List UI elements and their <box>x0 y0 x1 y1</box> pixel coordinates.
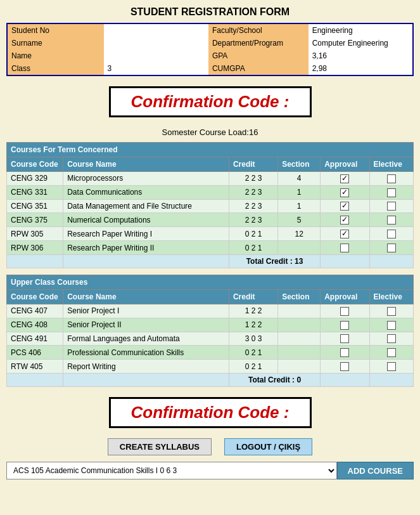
department-label: Department/Program <box>208 37 309 49</box>
action-buttons-row: CREATE SYLLABUS LOGOUT / ÇIKIŞ <box>0 438 420 455</box>
faculty-value: Engineering <box>309 23 413 37</box>
col-header-elective: Elective <box>369 157 413 172</box>
cumgpa-value: 2,98 <box>309 62 413 75</box>
student-no-label: Student No <box>7 23 104 37</box>
course-credit: 1 2 2 <box>229 318 277 332</box>
course-credit: 2 2 3 <box>229 185 277 199</box>
course-approval[interactable] <box>321 172 369 186</box>
table-row: RTW 405 Report Writing 0 2 1 <box>7 360 414 374</box>
course-name: Data Management and File Structure <box>63 199 229 213</box>
course-section <box>278 241 321 255</box>
table-row: CENG 407 Senior Project I 1 2 2 <box>7 304 414 318</box>
course-elective[interactable] <box>369 318 413 332</box>
confirmation-text-top: Confirmation Code : <box>131 92 290 111</box>
page-title: STUDENT REGISTRATION FORM <box>0 0 420 23</box>
table-row: CENG 491 Formal Languages and Automata 3… <box>7 332 414 346</box>
course-approval[interactable] <box>321 227 369 241</box>
course-approval[interactable] <box>321 241 369 255</box>
course-section <box>278 346 321 360</box>
table-row: CENG 408 Senior Project II 1 2 2 <box>7 318 414 332</box>
course-name: Data Communications <box>63 185 229 199</box>
confirmation-box-top: Confirmation Code : <box>109 86 312 117</box>
table-row: RPW 306 Research Paper Writing II 0 2 1 <box>7 241 414 255</box>
course-name: Report Writing <box>63 360 229 374</box>
faculty-label: Faculty/School <box>208 23 309 37</box>
course-approval[interactable] <box>321 185 369 199</box>
course-approval[interactable] <box>321 213 369 227</box>
course-elective[interactable] <box>369 360 413 374</box>
create-syllabus-button[interactable]: CREATE SYLLABUS <box>108 438 212 455</box>
course-approval[interactable] <box>321 360 369 374</box>
course-credit: 0 2 1 <box>229 227 277 241</box>
surname-value <box>104 37 208 49</box>
upper-col-header-approval: Approval <box>321 289 369 304</box>
table-row: CENG 351 Data Management and File Struct… <box>7 199 414 213</box>
course-code: CENG 491 <box>7 332 63 346</box>
course-credit: 3 0 3 <box>229 332 277 346</box>
term-total-credit: Total Credit : 13 <box>229 254 320 268</box>
course-name: Senior Project I <box>63 304 229 318</box>
course-dropdown[interactable]: ACS 105 Academic Communication Skills I … <box>6 462 337 479</box>
confirmation-box-bottom: Confirmation Code : <box>109 397 312 428</box>
upper-class-section: Upper Class Courses Course Code Course N… <box>6 275 414 387</box>
course-approval[interactable] <box>321 199 369 213</box>
course-code: RTW 405 <box>7 360 63 374</box>
course-code: CENG 408 <box>7 318 63 332</box>
course-name: Research Paper Writing II <box>63 241 229 255</box>
course-name: Research Paper Writing I <box>63 227 229 241</box>
semester-load: Somester Course Load:16 <box>0 127 420 137</box>
name-label: Name <box>7 49 104 62</box>
course-elective[interactable] <box>369 332 413 346</box>
course-credit: 0 2 1 <box>229 241 277 255</box>
upper-col-header-code: Course Code <box>7 289 63 304</box>
course-code: CENG 351 <box>7 199 63 213</box>
courses-for-term-table: Courses For Term Concerned Course Code C… <box>6 142 414 268</box>
course-elective[interactable] <box>369 241 413 255</box>
upper-total-row: Total Credit : 0 <box>7 374 414 387</box>
course-elective[interactable] <box>369 172 413 186</box>
course-name: Professional Communication Skills <box>63 346 229 360</box>
course-approval[interactable] <box>321 346 369 360</box>
course-approval[interactable] <box>321 332 369 346</box>
course-section <box>278 332 321 346</box>
courses-for-term-header: Courses For Term Concerned <box>7 143 414 157</box>
upper-class-header: Upper Class Courses <box>7 275 414 289</box>
col-header-credit: Credit <box>229 157 277 172</box>
course-elective[interactable] <box>369 213 413 227</box>
upper-total-credit: Total Credit : 0 <box>229 374 320 387</box>
course-name: Microprocessors <box>63 172 229 186</box>
course-code: CENG 331 <box>7 185 63 199</box>
course-elective[interactable] <box>369 346 413 360</box>
add-course-row: ACS 105 Academic Communication Skills I … <box>6 462 414 479</box>
courses-for-term-section: Courses For Term Concerned Course Code C… <box>6 142 414 268</box>
course-elective[interactable] <box>369 199 413 213</box>
course-name: Formal Languages and Automata <box>63 332 229 346</box>
student-no-value <box>104 23 208 37</box>
class-value: 3 <box>104 62 208 75</box>
course-section: 12 <box>278 227 321 241</box>
course-code: RPW 306 <box>7 241 63 255</box>
course-code: CENG 329 <box>7 172 63 186</box>
cumgpa-label: CUMGPA <box>208 62 309 75</box>
course-name: Senior Project II <box>63 318 229 332</box>
table-row: CENG 331 Data Communications 2 2 3 1 <box>7 185 414 199</box>
name-value <box>104 49 208 62</box>
upper-col-header-section: Section <box>278 289 321 304</box>
class-label: Class <box>7 62 104 75</box>
col-header-code: Course Code <box>7 157 63 172</box>
course-section: 1 <box>278 199 321 213</box>
table-row: CENG 329 Microprocessors 2 2 3 4 <box>7 172 414 186</box>
department-value: Computer Engineering <box>309 37 413 49</box>
course-elective[interactable] <box>369 227 413 241</box>
upper-class-table: Upper Class Courses Course Code Course N… <box>6 275 414 387</box>
add-course-button[interactable]: ADD COURSE <box>337 462 414 479</box>
course-elective[interactable] <box>369 304 413 318</box>
course-elective[interactable] <box>369 185 413 199</box>
term-total-row: Total Credit : 13 <box>7 254 414 268</box>
table-row: CENG 375 Numerical Computations 2 2 3 5 <box>7 213 414 227</box>
logout-button[interactable]: LOGOUT / ÇIKIŞ <box>224 438 312 455</box>
course-approval[interactable] <box>321 318 369 332</box>
course-approval[interactable] <box>321 304 369 318</box>
upper-col-header-elective: Elective <box>369 289 413 304</box>
course-code: RPW 305 <box>7 227 63 241</box>
